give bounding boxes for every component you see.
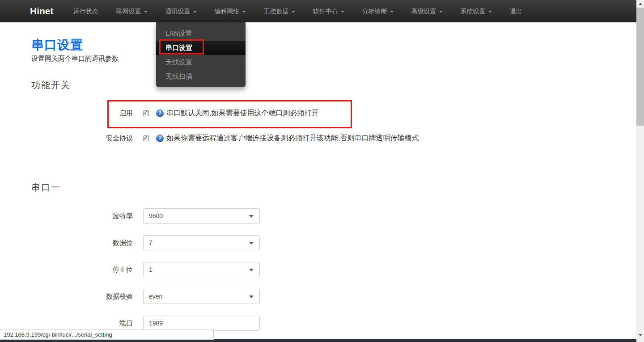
scrollbar-thumb[interactable] xyxy=(636,8,644,126)
nav-item-diagnosis[interactable]: 分析诊断 xyxy=(353,0,402,22)
select-arrow-icon xyxy=(249,296,254,298)
nav-item-label: 工控数据 xyxy=(264,8,289,15)
nav-item-comm-settings[interactable]: 通讯设置 xyxy=(157,0,206,22)
nav-item-network-settings[interactable]: 联网设置 xyxy=(107,0,157,22)
caret-down-icon xyxy=(242,11,246,13)
nav-item-programming-network[interactable]: 编程网络 xyxy=(206,0,255,22)
dropdown-item-wireless-settings[interactable]: 无线设置 xyxy=(156,55,246,69)
scroll-up-button[interactable] xyxy=(636,0,644,8)
top-navbar: Hinet 运行状态 联网设置 通讯设置 编程网络 工控数据 软件中心 分析诊断… xyxy=(0,0,636,22)
section-heading-serial-one: 串口一 xyxy=(31,182,61,194)
section-heading-switches: 功能开关 xyxy=(31,79,71,91)
baud-rate-label: 波特率 xyxy=(31,211,133,220)
annotation-box-enable-row xyxy=(107,100,352,128)
comm-settings-dropdown: LAN设置 串口设置 无线设置 无线扫描 xyxy=(156,22,246,87)
select-arrow-icon xyxy=(249,269,254,271)
nav-item-label: 分析诊断 xyxy=(362,8,387,15)
page-subtitle: 设置网关两个串口的通讯参数 xyxy=(31,55,119,63)
caret-down-icon xyxy=(193,11,197,13)
scroll-up-icon xyxy=(639,3,642,5)
nav-item-label: 通讯设置 xyxy=(165,8,191,15)
caret-down-icon xyxy=(390,11,394,13)
nav-item-advanced-settings[interactable]: 高级设置 xyxy=(402,0,452,22)
caret-down-icon xyxy=(292,11,295,13)
stop-bits-select[interactable]: 1 xyxy=(143,262,260,277)
nav-menu: 运行状态 联网设置 通讯设置 编程网络 工控数据 软件中心 分析诊断 高级设置 … xyxy=(64,0,531,22)
select-value: 9600 xyxy=(149,209,163,223)
nav-item-label: 退出 xyxy=(510,8,522,15)
select-arrow-icon xyxy=(249,215,254,218)
port-input[interactable] xyxy=(143,316,260,331)
dropdown-item-wireless-scan[interactable]: 无线扫描 xyxy=(156,69,246,84)
nav-item-label: 高级设置 xyxy=(411,8,436,15)
select-value: 1 xyxy=(149,262,153,277)
nav-item-software-center[interactable]: 软件中心 xyxy=(304,0,353,22)
vertical-scrollbar[interactable] xyxy=(636,0,644,342)
scroll-down-icon xyxy=(639,334,642,336)
scroll-down-button[interactable] xyxy=(636,331,644,339)
secure-protocol-label: 安全协议 xyxy=(31,134,133,143)
page-title: 串口设置 xyxy=(31,37,83,54)
nav-item-industrial-data[interactable]: 工控数据 xyxy=(255,0,304,22)
brand-logo[interactable]: Hinet xyxy=(30,6,54,17)
nav-item-logout[interactable]: 退出 xyxy=(501,0,531,22)
baud-rate-select[interactable]: 9600 xyxy=(143,208,260,224)
nav-item-label: 联网设置 xyxy=(116,8,141,15)
nav-item-status[interactable]: 运行状态 xyxy=(64,0,107,22)
parity-label: 数据校验 xyxy=(31,292,133,301)
port-label: 端口 xyxy=(31,319,133,328)
caret-down-icon xyxy=(488,11,492,13)
caret-down-icon xyxy=(439,11,443,13)
select-arrow-icon xyxy=(249,242,254,245)
secure-protocol-tip-text: 如果你需要远程通过客户端连接设备则必须打开该功能,否则串口牌透明传输模式 xyxy=(166,134,419,143)
data-bits-select[interactable]: 7 xyxy=(143,235,260,250)
annotation-box-serial-menu xyxy=(159,39,204,55)
nav-item-label: 系统设置 xyxy=(461,8,486,15)
nav-item-label: 编程网络 xyxy=(215,8,240,15)
select-value: even xyxy=(149,289,162,304)
nav-item-label: 软件中心 xyxy=(313,8,338,15)
nav-item-label: 运行状态 xyxy=(73,8,98,15)
caret-down-icon xyxy=(144,11,148,13)
status-url-bar: 192.168.9.199/cgi-bin/luci/.../serial_se… xyxy=(0,329,214,340)
nav-item-system-settings[interactable]: 系统设置 xyxy=(452,0,501,22)
data-bits-label: 数据位 xyxy=(31,238,133,247)
help-icon[interactable]: ? xyxy=(156,135,164,142)
caret-down-icon xyxy=(341,11,344,13)
parity-select[interactable]: even xyxy=(143,289,260,304)
dropdown-item-lan-settings[interactable]: LAN设置 xyxy=(156,26,246,41)
secure-protocol-checkbox[interactable]: ✓ xyxy=(143,135,149,141)
checkmark-icon: ✓ xyxy=(144,134,148,141)
select-value: 7 xyxy=(149,236,153,250)
stop-bits-label: 停止位 xyxy=(31,265,133,274)
